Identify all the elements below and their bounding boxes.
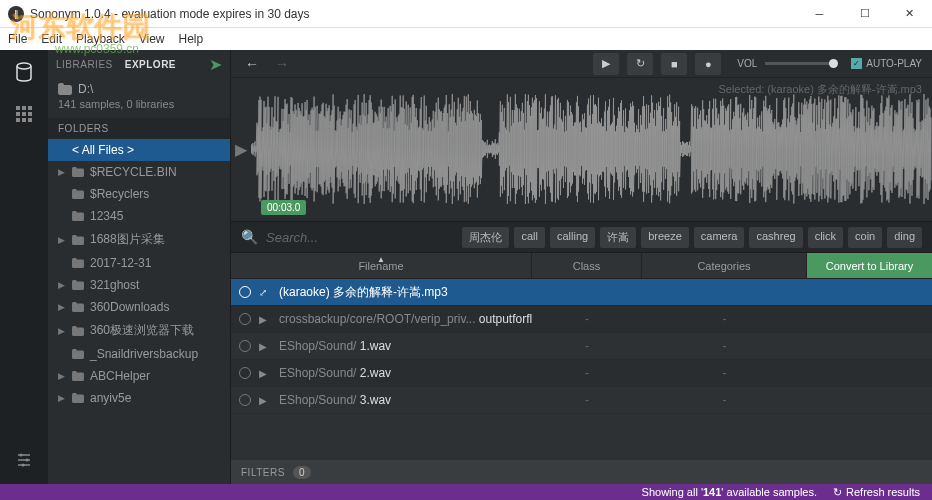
- row-play-icon[interactable]: ⤢: [259, 287, 279, 298]
- search-tag[interactable]: camera: [694, 227, 745, 248]
- row-select-circle[interactable]: [239, 313, 251, 325]
- waveform-canvas[interactable]: Selected: (karaoke) 多余的解释-许嵩.mp3 00:03.0: [251, 78, 932, 221]
- forward-button[interactable]: →: [271, 54, 293, 74]
- row-select-circle[interactable]: [239, 286, 251, 298]
- search-tag[interactable]: breeze: [641, 227, 689, 248]
- folder-item[interactable]: _Snaildriversbackup: [48, 343, 230, 365]
- row-select-circle[interactable]: [239, 367, 251, 379]
- row-play-icon[interactable]: ▶: [259, 368, 279, 379]
- table-row[interactable]: ▶crossbackup/core/ROOT/verip_priv... out…: [231, 306, 932, 333]
- search-tag[interactable]: calling: [550, 227, 595, 248]
- chevron-icon: ▶: [58, 235, 68, 245]
- filters-bar[interactable]: FILTERS 0: [231, 460, 932, 484]
- search-tag[interactable]: call: [514, 227, 545, 248]
- folder-list: < All Files >▶$RECYCLE.BIN$Recyclers1234…: [48, 139, 230, 484]
- folder-icon: [72, 371, 86, 381]
- folder-label: 2017-12-31: [90, 256, 151, 270]
- search-tag[interactable]: 周杰伦: [462, 227, 509, 248]
- svg-point-0: [17, 63, 31, 69]
- search-tag[interactable]: coin: [848, 227, 882, 248]
- folder-item[interactable]: ▶360极速浏览器下载: [48, 318, 230, 343]
- row-select-circle[interactable]: [239, 340, 251, 352]
- folder-icon: [72, 393, 86, 403]
- row-play-icon[interactable]: ▶: [259, 395, 279, 406]
- search-tag[interactable]: 许嵩: [600, 227, 636, 248]
- folder-icon: [72, 258, 86, 268]
- folder-label: 360极速浏览器下载: [90, 322, 194, 339]
- table-body: ⤢(karaoke) 多余的解释-许嵩.mp3▶crossbackup/core…: [231, 279, 932, 460]
- stop-button[interactable]: ■: [661, 53, 687, 75]
- close-button[interactable]: ✕: [887, 0, 932, 28]
- menu-file[interactable]: File: [8, 32, 27, 46]
- column-filename[interactable]: ▲ Filename: [231, 253, 532, 278]
- chevron-icon: ▶: [58, 371, 68, 381]
- folder-item[interactable]: 2017-12-31: [48, 252, 230, 274]
- menu-view[interactable]: View: [139, 32, 165, 46]
- folder-item[interactable]: ▶321ghost: [48, 274, 230, 296]
- folder-item[interactable]: ▶360Downloads: [48, 296, 230, 318]
- settings-icon[interactable]: [12, 448, 36, 472]
- tab-explore[interactable]: EXPLORE: [125, 59, 176, 70]
- folder-icon: [72, 280, 86, 290]
- search-tag[interactable]: ding: [887, 227, 922, 248]
- column-categories[interactable]: Categories: [642, 253, 807, 278]
- loop-button[interactable]: ↻: [627, 53, 653, 75]
- filters-label: FILTERS: [241, 467, 285, 478]
- svg-rect-1: [16, 106, 20, 110]
- pin-icon[interactable]: ➤: [209, 55, 222, 74]
- drive-info: 141 samples, 0 libraries: [58, 98, 220, 110]
- folder-item[interactable]: ▶ABCHelper: [48, 365, 230, 387]
- table-row[interactable]: ▶EShop/Sound/ 1.wav--: [231, 333, 932, 360]
- row-select-circle[interactable]: [239, 394, 251, 406]
- folder-item[interactable]: < All Files >: [48, 139, 230, 161]
- record-button[interactable]: ●: [695, 53, 721, 75]
- autoplay-checkbox[interactable]: ✓: [851, 58, 862, 69]
- row-class: -: [532, 339, 642, 353]
- search-input[interactable]: [266, 230, 454, 245]
- folder-label: anyiv5e: [90, 391, 131, 405]
- row-categories: -: [642, 339, 807, 353]
- menu-help[interactable]: Help: [179, 32, 204, 46]
- back-button[interactable]: ←: [241, 54, 263, 74]
- svg-point-11: [26, 459, 29, 462]
- left-toolbar: [0, 50, 48, 484]
- waveform-expand-toggle[interactable]: ▶: [231, 78, 251, 221]
- folder-label: _Snaildriversbackup: [90, 347, 198, 361]
- folders-header: FOLDERS: [48, 118, 230, 139]
- folder-item[interactable]: ▶1688图片采集: [48, 227, 230, 252]
- row-play-icon[interactable]: ▶: [259, 314, 279, 325]
- volume-slider[interactable]: [765, 62, 835, 65]
- svg-point-10: [20, 454, 23, 457]
- row-filename: EShop/Sound/ 2.wav: [279, 366, 532, 380]
- refresh-button[interactable]: ↻ Refresh results: [833, 486, 920, 499]
- folder-item[interactable]: 12345: [48, 205, 230, 227]
- table-row[interactable]: ▶EShop/Sound/ 3.wav--: [231, 387, 932, 414]
- row-play-icon[interactable]: ▶: [259, 341, 279, 352]
- chevron-icon: ▶: [58, 326, 68, 336]
- maximize-button[interactable]: ☐: [842, 0, 887, 28]
- play-button[interactable]: ▶: [593, 53, 619, 75]
- menu-playback[interactable]: Playback: [76, 32, 125, 46]
- row-filename: EShop/Sound/ 3.wav: [279, 393, 532, 407]
- menu-edit[interactable]: Edit: [41, 32, 62, 46]
- table-row[interactable]: ⤢(karaoke) 多余的解释-许嵩.mp3: [231, 279, 932, 306]
- search-tag[interactable]: click: [808, 227, 843, 248]
- database-icon[interactable]: [12, 60, 36, 84]
- minimize-button[interactable]: ─: [797, 0, 842, 28]
- folder-item[interactable]: $Recyclers: [48, 183, 230, 205]
- chevron-icon: ▶: [58, 393, 68, 403]
- chevron-icon: ▶: [58, 167, 68, 177]
- selected-file-label: Selected: (karaoke) 多余的解释-许嵩.mp3: [718, 82, 922, 97]
- column-class[interactable]: Class: [532, 253, 642, 278]
- folder-icon: [72, 302, 86, 312]
- svg-rect-6: [28, 112, 32, 116]
- folder-icon: [58, 83, 72, 95]
- convert-to-library-button[interactable]: Convert to Library: [807, 253, 932, 278]
- tab-libraries[interactable]: LIBRARIES: [56, 59, 113, 70]
- search-tag[interactable]: cashreg: [749, 227, 802, 248]
- search-bar: 🔍 周杰伦callcalling许嵩breezecameracashregcli…: [231, 221, 932, 253]
- folder-item[interactable]: ▶$RECYCLE.BIN: [48, 161, 230, 183]
- folder-item[interactable]: ▶anyiv5e: [48, 387, 230, 409]
- table-row[interactable]: ▶EShop/Sound/ 2.wav--: [231, 360, 932, 387]
- grid-icon[interactable]: [12, 102, 36, 126]
